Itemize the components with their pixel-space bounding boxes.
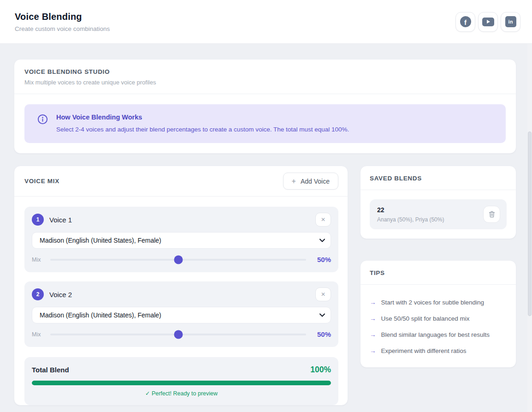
studio-title: VOICE BLENDING STUDIO <box>24 68 506 75</box>
tip-text: Blend similar languages for best results <box>381 331 490 339</box>
tip-text: Start with 2 voices for subtle blending <box>381 299 485 307</box>
total-blend-value: 100% <box>310 365 331 375</box>
voice-1-mix-label: Mix <box>32 257 46 263</box>
tip-item: → Experiment with different ratios <box>370 347 507 355</box>
total-blend-label: Total Blend <box>32 366 69 374</box>
saved-blend-item[interactable]: 22 Ananya (50%), Priya (50%) <box>370 199 507 229</box>
add-voice-label: Add Voice <box>301 178 330 185</box>
voice-1-select[interactable]: Madison (English (United States), Female… <box>32 232 331 249</box>
arrow-right-icon: → <box>370 315 376 323</box>
voice-1-remove-button[interactable]: ✕ <box>315 213 331 227</box>
top-header: Voice Blending Create custom voice combi… <box>0 0 532 44</box>
trash-icon <box>489 211 495 218</box>
voice-1-slider-thumb[interactable] <box>174 255 183 264</box>
voice-1-mix-percent: 50% <box>311 256 331 263</box>
studio-body: How Voice Blending Works Select 2-4 voic… <box>14 94 516 153</box>
facebook-button[interactable]: f <box>455 12 475 32</box>
voice-2-header: 2 Voice 2 ✕ <box>32 287 331 301</box>
tip-item: → Start with 2 voices for subtle blendin… <box>370 299 507 307</box>
saved-blends-header: SAVED BLENDS <box>361 166 516 190</box>
voice-1-mix-row: Mix 50% <box>32 256 331 263</box>
voice-1-mix-slider[interactable] <box>50 259 306 261</box>
delete-blend-button[interactable] <box>483 206 500 223</box>
tip-item: → Use 50/50 split for balanced mix <box>370 315 507 323</box>
saved-blends-body: 22 Ananya (50%), Priya (50%) <box>361 190 516 239</box>
voice-2-mix-percent: 50% <box>311 330 331 338</box>
saved-blend-name: 22 <box>377 206 483 214</box>
voice-2-remove-button[interactable]: ✕ <box>315 287 331 301</box>
facebook-icon: f <box>460 16 471 27</box>
add-voice-button[interactable]: + Add Voice <box>283 173 338 190</box>
tips-title: TIPS <box>370 269 507 276</box>
voice-card-1: 1 Voice 1 ✕ Madison (English (United Sta… <box>24 207 338 272</box>
studio-subtitle: Mix multiple voices to create unique voi… <box>24 79 506 86</box>
voice-2-label: Voice 2 <box>49 291 72 299</box>
voice-1-label: Voice 1 <box>49 216 72 224</box>
tips-card: TIPS → Start with 2 voices for subtle bl… <box>360 260 516 368</box>
voice-2-mix-slider[interactable] <box>50 334 306 335</box>
total-blend-row: Total Blend 100% <box>32 365 331 375</box>
total-blend-progress-fill <box>32 381 331 385</box>
scrollbar-thumb[interactable] <box>528 131 532 316</box>
voice-1-header: 1 Voice 1 ✕ <box>32 213 331 227</box>
voice-blending-studio-card: VOICE BLENDING STUDIO Mix multiple voice… <box>14 59 516 154</box>
youtube-icon <box>482 18 494 26</box>
info-banner-text: Select 2-4 voices and adjust their blend… <box>56 126 349 133</box>
tips-body: → Start with 2 voices for subtle blendin… <box>361 285 516 367</box>
header-titles: Voice Blending Create custom voice combi… <box>15 12 110 32</box>
voice-1-number-badge: 1 <box>32 214 44 226</box>
plus-icon: + <box>292 177 296 185</box>
voice-mix-card: VOICE MIX + Add Voice 1 Voice 1 ✕ <box>14 166 348 406</box>
info-icon <box>37 114 48 126</box>
main-content: VOICE BLENDING STUDIO Mix multiple voice… <box>0 44 532 406</box>
voice-2-mix-row: Mix 50% <box>32 330 331 338</box>
youtube-button[interactable] <box>478 12 498 32</box>
info-banner: How Voice Blending Works Select 2-4 voic… <box>24 104 506 143</box>
tips-header: TIPS <box>361 261 516 285</box>
voice-mix-header: VOICE MIX + Add Voice <box>14 166 348 197</box>
voice-2-select-wrap: Madison (English (United States), Female… <box>32 307 331 323</box>
tip-text: Experiment with different ratios <box>381 347 467 355</box>
voice-2-mix-label: Mix <box>32 331 46 338</box>
studio-card-header: VOICE BLENDING STUDIO Mix multiple voice… <box>14 60 516 94</box>
linkedin-button[interactable]: in <box>501 12 520 32</box>
info-banner-content: How Voice Blending Works Select 2-4 voic… <box>56 113 349 133</box>
voice-2-slider-thumb[interactable] <box>174 330 183 339</box>
arrow-right-icon: → <box>370 299 376 307</box>
info-banner-title: How Voice Blending Works <box>56 113 349 121</box>
total-blend-progressbar <box>32 381 331 385</box>
voice-mix-body: 1 Voice 1 ✕ Madison (English (United Sta… <box>14 197 348 405</box>
scrollbar-track[interactable] <box>527 44 532 412</box>
voice-1-select-wrap: Madison (English (United States), Female… <box>32 232 331 249</box>
close-icon: ✕ <box>321 216 325 223</box>
voice-card-2: 2 Voice 2 ✕ Madison (English (United Sta… <box>24 281 338 347</box>
voice-mix-title: VOICE MIX <box>24 178 59 185</box>
total-blend-status: ✓ Perfect! Ready to preview <box>32 390 331 397</box>
saved-blend-description: Ananya (50%), Priya (50%) <box>377 216 483 223</box>
saved-blend-info: 22 Ananya (50%), Priya (50%) <box>377 206 483 223</box>
total-blend-card: Total Blend 100% ✓ Perfect! Ready to pre… <box>24 357 338 405</box>
page-subtitle: Create custom voice combinations <box>15 25 110 32</box>
voice-2-number-badge: 2 <box>32 288 44 300</box>
saved-blends-title: SAVED BLENDS <box>370 175 507 182</box>
arrow-right-icon: → <box>370 347 376 355</box>
social-links: f in <box>455 12 520 32</box>
page-title: Voice Blending <box>15 12 110 22</box>
saved-blends-card: SAVED BLENDS 22 Ananya (50%), Priya (50%… <box>360 166 516 239</box>
tip-text: Use 50/50 split for balanced mix <box>381 315 470 323</box>
tip-item: → Blend similar languages for best resul… <box>370 331 507 339</box>
close-icon: ✕ <box>321 291 325 298</box>
arrow-right-icon: → <box>370 331 376 339</box>
linkedin-icon: in <box>505 16 516 27</box>
voice-2-select[interactable]: Madison (English (United States), Female… <box>32 307 331 323</box>
